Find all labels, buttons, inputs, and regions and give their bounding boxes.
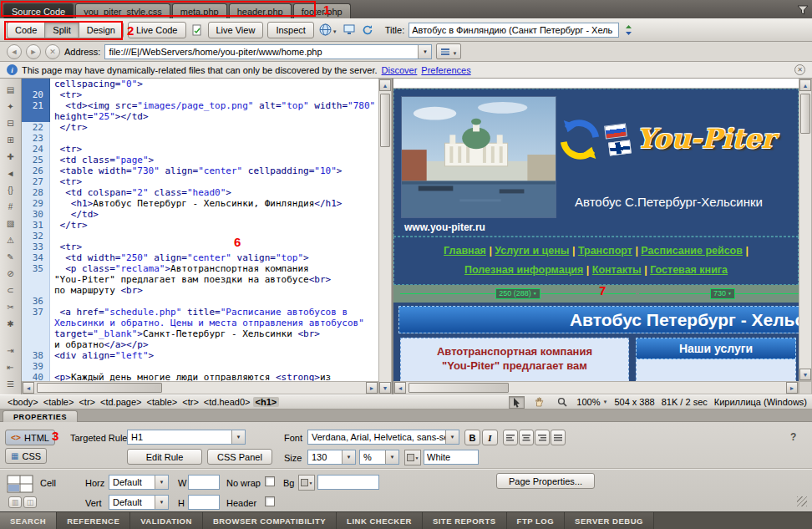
text-color-field[interactable] bbox=[424, 450, 479, 465]
bottom-tab-ftp-log[interactable]: FTP LOG bbox=[507, 512, 566, 529]
font-select[interactable]: Verdana, Arial, Helvetica, sans-serif bbox=[307, 430, 459, 445]
code-line[interactable]: 26 <table width="730" align="center" cel… bbox=[22, 165, 378, 176]
bg-color-field[interactable] bbox=[317, 475, 379, 490]
code-line[interactable]: 27 <tr> bbox=[22, 176, 378, 187]
discover-link[interactable]: Discover bbox=[382, 65, 418, 75]
filter-related-files-icon[interactable] bbox=[797, 5, 809, 15]
code-line[interactable]: 21 <td><img src="images/page_top.png" al… bbox=[22, 100, 378, 111]
merge-cells-icon[interactable]: ▥ bbox=[8, 496, 22, 508]
show-code-navigator-icon[interactable]: ✦ bbox=[3, 100, 18, 114]
syntax-error-alerts-icon[interactable]: ⚠ bbox=[3, 234, 18, 247]
inspect-button[interactable]: Inspect bbox=[267, 22, 313, 38]
code-line[interactable]: 25 <td class="page"> bbox=[22, 155, 378, 165]
table-width-label[interactable]: 730 bbox=[710, 288, 735, 299]
move-css-icon[interactable]: ✱ bbox=[3, 318, 18, 331]
design-site-header[interactable]: www.you-piter.ru You-Piter Автобус С.Пет… bbox=[393, 89, 799, 237]
live-view-button[interactable]: Live View bbox=[208, 22, 264, 38]
view-options-icon[interactable] bbox=[436, 43, 461, 59]
code-horizontal-scrollbar[interactable]: ◄ ► bbox=[22, 381, 378, 394]
properties-tab[interactable]: PROPERTIES bbox=[3, 410, 78, 422]
scroll-up-icon[interactable]: ▲ bbox=[799, 79, 811, 91]
zoom-level-select[interactable]: 100% bbox=[576, 397, 607, 407]
window-size-value[interactable]: 504 x 388 bbox=[614, 397, 654, 407]
browser-compat-check-icon[interactable] bbox=[190, 23, 204, 37]
code-line[interactable]: 33 <tr> bbox=[22, 242, 378, 252]
title-input[interactable] bbox=[409, 23, 619, 38]
code-line[interactable]: 20 <tr> bbox=[22, 89, 378, 100]
design-nav-link[interactable]: Главная bbox=[444, 245, 486, 257]
code-line[interactable]: по маршруту <br> bbox=[22, 285, 378, 296]
edit-rule-button[interactable]: Edit Rule bbox=[127, 449, 202, 465]
scroll-left-icon[interactable]: ◄ bbox=[23, 382, 34, 394]
code-vertical-scrollbar[interactable]: ▲ ▼ bbox=[378, 79, 392, 394]
scrollbar-thumb[interactable] bbox=[37, 383, 162, 393]
live-code-button[interactable]: Live Code bbox=[128, 22, 186, 38]
code-line[interactable]: "You-Piter" предлагает вам поездки на ав… bbox=[22, 274, 378, 285]
select-tool-icon[interactable] bbox=[509, 396, 525, 409]
select-parent-tag-icon[interactable]: ◄ bbox=[3, 167, 18, 181]
scrollbar-thumb[interactable] bbox=[380, 94, 390, 147]
italic-button[interactable]: I bbox=[482, 430, 498, 445]
design-horizontal-scrollbar[interactable]: ◄ ► bbox=[393, 381, 799, 394]
no-wrap-checkbox[interactable] bbox=[265, 476, 275, 486]
scroll-down-icon[interactable]: ▼ bbox=[379, 382, 391, 394]
indent-code-icon[interactable]: ⇥ bbox=[3, 344, 18, 358]
code-line[interactable]: 22 </tr> bbox=[22, 122, 378, 133]
code-line[interactable]: Хельсинки и обратно. Цены и места отправ… bbox=[22, 318, 378, 328]
stop-icon[interactable]: ✕ bbox=[45, 44, 60, 59]
code-line[interactable]: 38<div align="left"> bbox=[22, 350, 378, 361]
html-mode-button[interactable]: <> HTML bbox=[5, 430, 55, 445]
bottom-tab-validation[interactable]: VALIDATION bbox=[130, 512, 203, 529]
related-file-tab[interactable]: you_piter_style.css bbox=[75, 3, 170, 18]
bg-color-swatch[interactable] bbox=[298, 475, 315, 491]
vert-align-select[interactable]: Default bbox=[109, 495, 169, 510]
table-width-bar[interactable]: 250 (288) 730 bbox=[393, 285, 799, 303]
code-line[interactable]: 40<p>Каждый день многие люди отправляютс… bbox=[22, 372, 378, 381]
tag-selector-item[interactable]: <tr> bbox=[76, 397, 98, 407]
globe-icon[interactable] bbox=[318, 23, 338, 37]
bottom-tab-server-debug[interactable]: SERVER DEBUG bbox=[565, 512, 654, 529]
refresh-icon[interactable] bbox=[361, 23, 374, 37]
highlight-invalid-code-icon[interactable]: ▨ bbox=[3, 217, 18, 231]
split-cell-icon[interactable]: ◫ bbox=[23, 496, 37, 508]
reclama-block[interactable]: Автотранспортная компания "You-Piter" пр… bbox=[400, 338, 629, 381]
scroll-right-icon[interactable]: ► bbox=[786, 382, 798, 394]
size-unit-select[interactable]: % bbox=[359, 450, 399, 465]
scroll-right-icon[interactable]: ► bbox=[366, 382, 378, 394]
scrollbar-thumb[interactable] bbox=[800, 94, 810, 134]
open-documents-icon[interactable]: ▤ bbox=[3, 84, 18, 97]
code-view[interactable]: cellspacing="0">20 <tr>21 <td><img src="… bbox=[22, 79, 378, 381]
code-line[interactable]: cellspacing="0"> bbox=[22, 79, 378, 89]
collapse-selection-icon[interactable]: ⊞ bbox=[3, 134, 18, 147]
split-view-button[interactable]: Split bbox=[44, 22, 78, 38]
dropdown-arrow-icon[interactable] bbox=[231, 430, 245, 444]
align-right-icon[interactable] bbox=[535, 430, 550, 445]
back-icon[interactable]: ◄ bbox=[7, 44, 22, 59]
page-properties-button[interactable]: Page Properties... bbox=[496, 473, 595, 489]
code-line[interactable]: 32 bbox=[22, 231, 378, 242]
column-width-label[interactable]: 250 (288) bbox=[495, 288, 540, 299]
code-line[interactable]: 37 <a href="schedule.php" title="Расписа… bbox=[22, 307, 378, 318]
table-width-marker[interactable]: 730 bbox=[639, 288, 799, 299]
help-icon[interactable]: ? bbox=[790, 431, 796, 443]
code-line[interactable]: 31 </tr> bbox=[22, 220, 378, 231]
align-justify-icon[interactable] bbox=[551, 430, 566, 445]
code-line[interactable]: 36 bbox=[22, 296, 378, 307]
bottom-tab-link-checker[interactable]: LINK CHECKER bbox=[337, 512, 423, 529]
cell-height-input[interactable] bbox=[188, 495, 220, 510]
dropdown-arrow-icon[interactable] bbox=[155, 476, 168, 489]
services-header[interactable]: Наши услуги bbox=[636, 338, 796, 359]
bold-button[interactable]: B bbox=[464, 430, 480, 445]
dropdown-arrow-icon[interactable] bbox=[445, 430, 459, 444]
code-view-button[interactable]: Code bbox=[7, 22, 44, 38]
design-vertical-scrollbar[interactable]: ▲ ▼ bbox=[799, 79, 812, 381]
scroll-left-icon[interactable]: ◄ bbox=[394, 382, 406, 394]
code-line[interactable]: 28 <td colspan="2" class="head0"> bbox=[22, 187, 378, 198]
horz-align-select[interactable]: Default bbox=[109, 475, 169, 490]
source-code-tab[interactable]: Source Code bbox=[3, 3, 74, 18]
text-color-swatch[interactable] bbox=[404, 450, 421, 465]
tag-selector-item[interactable]: <table> bbox=[41, 397, 77, 407]
dropdown-arrow-icon[interactable] bbox=[155, 496, 168, 509]
bottom-tab-site-reports[interactable]: SITE REPORTS bbox=[423, 512, 507, 529]
code-line[interactable]: 23 bbox=[22, 133, 378, 144]
